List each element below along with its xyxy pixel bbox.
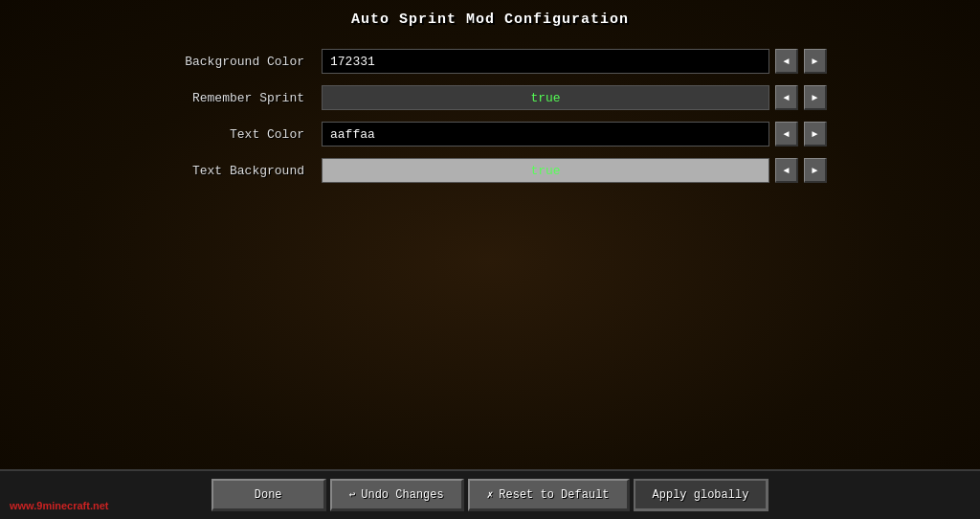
reset-icon: ✗ [487,488,494,501]
text-color-left-btn[interactable]: ◄ [775,122,798,147]
text-background-right-btn[interactable]: ► [804,158,827,183]
background-color-row: Background Color ◄ ► [153,43,827,79]
remember-sprint-row: Remember Sprint true ◄ ► [153,79,827,116]
text-color-row: Text Color ◄ ► [153,116,827,152]
text-background-left-btn[interactable]: ◄ [775,158,798,183]
remember-sprint-toggle[interactable]: true [322,85,769,110]
text-color-label: Text Color [153,127,316,142]
text-color-input[interactable] [322,122,769,147]
apply-globally-button[interactable]: Apply globally [634,479,769,511]
text-color-right-btn[interactable]: ► [804,122,827,147]
watermark: www.9minecraft.net [10,500,109,511]
text-background-row: Text Background true ◄ ► [153,152,827,189]
text-background-label: Text Background [153,164,316,178]
background-color-label: Background Color [153,55,316,69]
config-area: Background Color ◄ ► Remember Sprint tru… [0,35,980,469]
remember-sprint-left-btn[interactable]: ◄ [775,85,798,110]
reset-label: Reset to Default [499,488,609,502]
background-color-input[interactable] [322,49,769,74]
background-color-left-btn[interactable]: ◄ [775,49,798,74]
reset-button[interactable]: ✗ Reset to Default [468,479,630,511]
remember-sprint-label: Remember Sprint [153,91,316,105]
done-button[interactable]: Done [212,479,326,511]
remember-sprint-right-btn[interactable]: ► [804,85,827,110]
page-title: Auto Sprint Mod Configuration [0,0,980,35]
undo-icon: ↩ [349,488,356,501]
background-color-right-btn[interactable]: ► [804,49,827,74]
undo-label: Undo Changes [361,488,443,502]
bottom-bar: www.9minecraft.net Done ↩ Undo Changes ✗… [0,469,980,519]
text-background-toggle[interactable]: true [322,158,769,183]
undo-button[interactable]: ↩ Undo Changes [330,479,464,511]
